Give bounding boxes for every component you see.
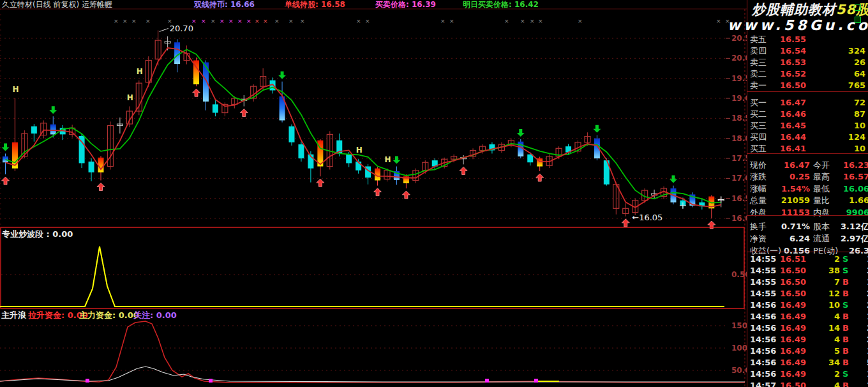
main-chart[interactable]: HHH20.70HH←16.05××××××××××××××××××××××××… xyxy=(0,0,747,387)
quote-row[interactable]: 涨跌0.25最高16.57 xyxy=(747,171,868,182)
tape-row[interactable]: 14:5616.4910S2 xyxy=(747,300,868,310)
level-volume: 10 xyxy=(747,143,865,154)
tape-count: 1 xyxy=(747,380,868,387)
svg-text:150.0: 150.0 xyxy=(731,321,747,330)
quote-value: 16.23 xyxy=(747,160,868,171)
tape-row[interactable]: 14:5616.494B1 xyxy=(747,311,868,322)
svg-text:×: × xyxy=(228,18,234,24)
level-volume: 324 xyxy=(747,45,865,56)
sidebar-divider xyxy=(747,252,868,252)
panel2-header: 专业炒波段 : 0.00 xyxy=(2,229,73,240)
svg-text:×: × xyxy=(356,18,361,24)
svg-text:H: H xyxy=(127,93,133,102)
svg-text:100.0: 100.0 xyxy=(731,344,747,353)
level-volume: 87 xyxy=(747,109,865,119)
svg-text:×: × xyxy=(504,18,509,24)
tape-row[interactable]: 14:5616.4934B5 xyxy=(747,357,868,368)
panel2-sep: : xyxy=(43,229,52,239)
restore-icon[interactable] xyxy=(855,4,861,11)
tape-row[interactable]: 14:5616.494B2 xyxy=(747,334,868,345)
quote-row[interactable]: 换手0.71%股本3.12亿 xyxy=(747,221,868,232)
level-volume: 765 xyxy=(747,80,865,91)
quote-row[interactable]: 净资6.24流通2.97亿 xyxy=(747,233,868,244)
svg-text:0.50: 0.50 xyxy=(731,270,747,279)
svg-text:17.50: 17.50 xyxy=(731,154,747,163)
bid-row[interactable]: 买四16.44124 xyxy=(747,132,868,142)
level-volume: 64 xyxy=(747,68,865,79)
tape-count: 2 xyxy=(747,322,868,333)
panel2-value: 0.00 xyxy=(52,229,73,239)
quote-row[interactable]: 外盘11153内盘9906 xyxy=(747,207,868,218)
bid-row[interactable]: 买一16.4772 xyxy=(747,97,868,108)
svg-text:20.50: 20.50 xyxy=(731,34,747,43)
svg-text:×: × xyxy=(449,18,454,24)
svg-text:20.00: 20.00 xyxy=(731,54,747,63)
quote-value: 9906 xyxy=(747,207,868,218)
ask-row[interactable]: 卖五16.55 xyxy=(747,34,868,45)
tape-row[interactable]: 14:5716.504B1 xyxy=(747,380,868,387)
svg-text:×: × xyxy=(131,18,137,24)
panel3-name: 主升浪 xyxy=(1,310,26,321)
tape-count: 1 xyxy=(747,277,868,287)
level-volume: 72 xyxy=(747,97,865,108)
svg-text:16.50: 16.50 xyxy=(731,194,747,203)
panel2-name: 专业炒波段 xyxy=(2,229,43,239)
svg-text:×: × xyxy=(365,18,370,24)
svg-text:×: × xyxy=(440,18,445,24)
svg-text:×: × xyxy=(201,18,206,24)
svg-text:19.00: 19.00 xyxy=(731,94,747,103)
tape-row[interactable]: 14:5516.5038S3 xyxy=(747,265,868,276)
svg-text:18.00: 18.00 xyxy=(731,134,747,143)
svg-text:20.70: 20.70 xyxy=(170,24,193,33)
svg-text:×: × xyxy=(146,18,151,24)
ask-row[interactable]: 卖三16.5326 xyxy=(747,57,868,68)
panel3-metric: 关注: 0.00 xyxy=(133,310,177,321)
svg-text:×: × xyxy=(716,18,721,24)
svg-text:×: × xyxy=(114,18,119,24)
svg-text:×: × xyxy=(578,18,583,24)
sidebar-divider xyxy=(747,91,868,92)
svg-text:50.00: 50.00 xyxy=(731,366,747,375)
svg-text:×: × xyxy=(167,18,172,24)
tape-row[interactable]: 14:5516.512S1 xyxy=(747,254,868,264)
quote-value: 3.12亿 xyxy=(747,221,868,232)
quote-value: 2.97亿 xyxy=(747,233,868,244)
svg-text:19.50: 19.50 xyxy=(731,74,747,83)
bid-row[interactable]: 买三16.4510 xyxy=(747,120,868,131)
svg-text:16.00: 16.00 xyxy=(731,214,747,223)
quote-row[interactable]: 总量21059量比1.66 xyxy=(747,195,868,206)
svg-text:H: H xyxy=(385,155,391,164)
close-icon[interactable] xyxy=(855,17,861,23)
svg-text:×: × xyxy=(237,18,243,24)
tape-count: 2 xyxy=(747,300,868,310)
order-book-sidebar: 卖五16.55卖四16.54324卖三16.5326卖二16.5264卖一16.… xyxy=(747,0,868,387)
tape-row[interactable]: 14:5516.507B1 xyxy=(747,277,868,287)
level-volume: 124 xyxy=(747,132,865,142)
bid-row[interactable]: 买五16.4110 xyxy=(747,143,868,154)
bid-row[interactable]: 买二16.4687 xyxy=(747,109,868,119)
tape-row[interactable]: 14:5616.492S1 xyxy=(747,368,868,379)
ask-row[interactable]: 卖一16.50765 xyxy=(747,80,868,91)
quote-value: 16.57 xyxy=(747,171,868,182)
tape-row[interactable]: 14:5616.4914B2 xyxy=(747,322,868,333)
quote-row[interactable]: 现价16.47今开16.23 xyxy=(747,160,868,171)
panel3-metric: 主力资金: 0.00 xyxy=(79,310,139,321)
level-price: 16.55 xyxy=(747,34,806,45)
svg-text:×: × xyxy=(300,18,305,24)
tape-count: 1 xyxy=(747,345,868,356)
tape-count: 1 xyxy=(747,254,868,264)
tape-count: 2 xyxy=(747,334,868,345)
tape-row[interactable]: 14:5616.495B1 xyxy=(747,345,868,356)
tape-count: 5 xyxy=(747,357,868,368)
svg-text:×: × xyxy=(123,18,128,24)
ask-row[interactable]: 卖二16.5264 xyxy=(747,68,868,79)
svg-text:H: H xyxy=(12,85,19,94)
svg-text:×: × xyxy=(211,18,216,24)
svg-text:×: × xyxy=(246,18,251,24)
tape-count: 3 xyxy=(747,265,868,276)
tape-row[interactable]: 14:5516.5012B2 xyxy=(747,288,868,299)
quote-row[interactable]: 涨幅1.54%最低16.06 xyxy=(747,183,868,194)
window-controls[interactable] xyxy=(853,1,868,26)
tape-count: 1 xyxy=(747,368,868,379)
ask-row[interactable]: 卖四16.54324 xyxy=(747,45,868,56)
